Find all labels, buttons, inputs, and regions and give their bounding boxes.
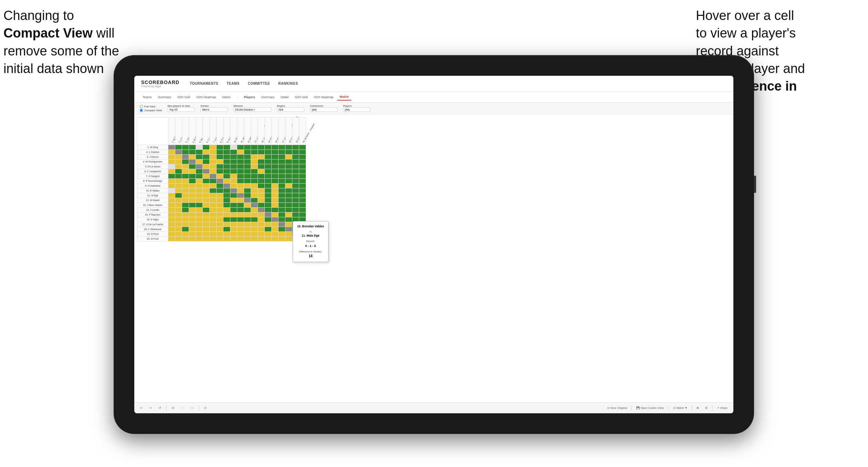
matrix-cell-r0-c14[interactable] [265,145,272,150]
matrix-cell-r16-c7[interactable] [217,222,223,227]
matrix-cell-r1-c14[interactable] [265,150,272,155]
matrix-cell-r13-c8[interactable] [223,208,230,212]
matrix-cell-r2-c2[interactable] [182,155,189,159]
matrix-cell-r11-c14[interactable] [265,198,272,203]
matrix-cell-r10-c15[interactable] [272,193,279,198]
matrix-cell-r1-c7[interactable] [217,150,223,155]
matrix-cell-r19-c11[interactable] [244,237,251,241]
matrix-cell-r12-c12[interactable] [251,203,258,208]
matrix-cell-r5-c6[interactable] [210,169,217,174]
division-select[interactable]: NCAA Division I [233,107,271,112]
matrix-cell-r3-c6[interactable] [210,159,217,164]
matrix-cell-r9-c17[interactable] [285,188,292,193]
matrix-cell-r8-c6[interactable] [210,184,217,188]
matrix-cell-r17-c9[interactable] [230,227,237,232]
matrix-cell-r4-c8[interactable] [223,164,230,169]
matrix-cell-r13-c13[interactable] [258,208,265,212]
matrix-cell-r7-c10[interactable] [237,179,244,184]
matrix-cell-r9-c16[interactable] [279,188,285,193]
matrix-cell-r0-c15[interactable] [272,145,279,150]
matrix-cell-r11-c19[interactable] [299,198,306,203]
matrix-cell-r14-c8[interactable] [223,212,230,217]
matrix-cell-r19-c16[interactable] [279,237,285,241]
matrix-cell-r7-c19[interactable] [299,179,306,184]
matrix-cell-r8-c11[interactable] [244,184,251,188]
compact-view-radio[interactable]: Compact View [140,109,162,112]
matrix-cell-r17-c10[interactable] [237,227,244,232]
matrix-cell-r10-c13[interactable] [258,193,265,198]
matrix-cell-r18-c14[interactable] [265,232,272,237]
matrix-cell-r1-c19[interactable] [299,150,306,155]
full-view-radio[interactable]: Full View [140,105,162,108]
matrix-cell-r14-c14[interactable] [265,212,272,217]
matrix-cell-r16-c15[interactable] [272,222,279,227]
matrix-cell-r13-c16[interactable] [279,208,285,212]
matrix-cell-r8-c1[interactable] [175,184,182,188]
matrix-cell-r8-c13[interactable] [258,184,265,188]
matrix-cell-r14-c6[interactable] [210,212,217,217]
matrix-cell-r13-c4[interactable] [196,208,203,212]
matrix-cell-r17-c15[interactable] [272,227,279,232]
matrix-cell-r13-c15[interactable] [272,208,279,212]
matrix-cell-r17-c11[interactable] [244,227,251,232]
matrix-cell-r5-c9[interactable] [230,169,237,174]
matrix-cell-r2-c9[interactable] [230,155,237,159]
matrix-cell-r9-c6[interactable] [210,188,217,193]
matrix-cell-r11-c3[interactable] [189,198,196,203]
matrix-cell-r12-c17[interactable] [285,203,292,208]
matrix-cell-r19-c5[interactable] [203,237,210,241]
matrix-cell-r6-c10[interactable] [237,174,244,179]
matrix-cell-r13-c0[interactable] [168,208,175,212]
matrix-cell-r6-c18[interactable] [292,174,299,179]
matrix-cell-r17-c0[interactable] [168,227,175,232]
redo-button[interactable]: ↪ [148,406,154,410]
compact-view-input[interactable] [140,109,143,112]
matrix-cell-r6-c0[interactable] [168,174,175,179]
matrix-cell-r19-c2[interactable] [182,237,189,241]
matrix-cell-r3-c11[interactable] [244,159,251,164]
matrix-cell-r9-c4[interactable] [196,188,203,193]
matrix-cell-r0-c3[interactable] [189,145,196,150]
matrix-cell-r9-c13[interactable] [258,188,265,193]
matrix-cell-r18-c9[interactable] [230,232,237,237]
matrix-cell-r9-c8[interactable] [223,188,230,193]
matrix-cell-r8-c5[interactable] [203,184,210,188]
matrix-cell-r2-c0[interactable] [168,155,175,159]
matrix-cell-r1-c2[interactable] [182,150,189,155]
matrix-cell-r4-c19[interactable] [299,164,306,169]
matrix-cell-r12-c14[interactable] [265,203,272,208]
matrix-cell-r3-c5[interactable] [203,159,210,164]
matrix-cell-r8-c19[interactable] [299,184,306,188]
matrix-cell-r16-c4[interactable] [196,222,203,227]
matrix-cell-r15-c15[interactable] [272,217,279,222]
matrix-cell-r4-c16[interactable] [279,164,285,169]
matrix-cell-r13-c18[interactable] [292,208,299,212]
matrix-cell-r18-c1[interactable] [175,232,182,237]
matrix-cell-r7-c0[interactable] [168,179,175,184]
sub-tab-h2h-heatmap2[interactable]: H2H Heatmap [311,94,336,100]
matrix-cell-r8-c2[interactable] [182,184,189,188]
matrix-cell-r16-c1[interactable] [175,222,182,227]
matrix-cell-r3-c15[interactable] [272,159,279,164]
sub-tab-h2h-grid1[interactable]: H2H Grid [175,94,193,100]
matrix-cell-r13-c5[interactable] [203,208,210,212]
matrix-cell-r4-c6[interactable] [210,164,217,169]
zoom-plus[interactable]: ＋ [189,405,195,411]
matrix-cell-r10-c9[interactable] [230,193,237,198]
matrix-cell-r6-c4[interactable] [196,174,203,179]
matrix-cell-r5-c11[interactable] [244,169,251,174]
watch-button[interactable]: ⊙ Watch ▼ [671,406,689,410]
matrix-cell-r12-c13[interactable] [258,203,265,208]
matrix-cell-r14-c9[interactable] [230,212,237,217]
matrix-cell-r2-c6[interactable] [210,155,217,159]
matrix-cell-r1-c16[interactable] [279,150,285,155]
matrix-cell-r7-c15[interactable] [272,179,279,184]
matrix-cell-r15-c9[interactable] [230,217,237,222]
matrix-cell-r10-c14[interactable] [265,193,272,198]
matrix-cell-r1-c12[interactable] [251,150,258,155]
matrix-cell-r10-c4[interactable] [196,193,203,198]
matrix-cell-r17-c12[interactable] [251,227,258,232]
matrix-cell-r17-c17[interactable] [285,227,292,232]
matrix-cell-r13-c12[interactable] [251,208,258,212]
matrix-cell-r10-c1[interactable] [175,193,182,198]
